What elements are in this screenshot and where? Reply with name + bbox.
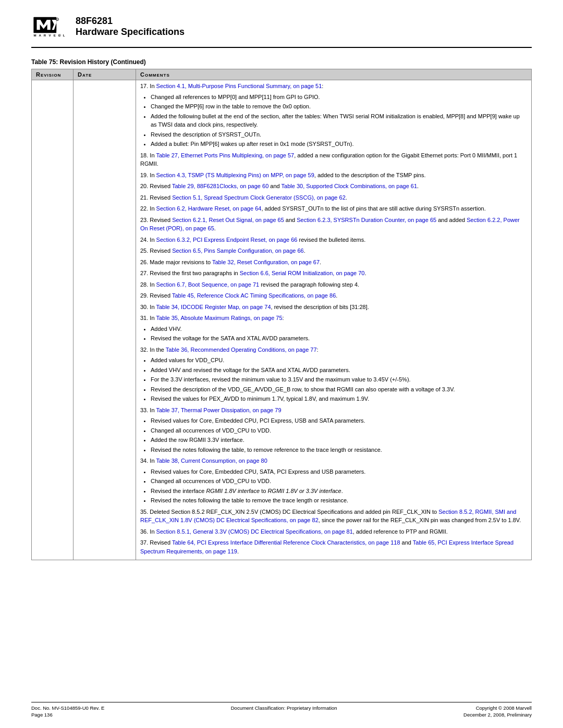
entry-18: 18. In Table 27, Ethernet Ports Pins Mul… bbox=[140, 151, 527, 168]
table-row: 17. In Section 4.1, Multi-Purpose Pins F… bbox=[32, 80, 532, 560]
link-26[interactable]: Table 32, Reset Configuration, on page 6… bbox=[212, 259, 320, 265]
link-18[interactable]: Table 27, Ethernet Ports Pins Multiplexi… bbox=[156, 152, 294, 158]
page: R M A R V E L L ® 88F6281 Hardware Speci… bbox=[0, 0, 563, 728]
entry-32: 32. In the Table 36, Recommended Operati… bbox=[140, 346, 527, 403]
link-25[interactable]: Section 6.5, Pins Sample Configuration, … bbox=[172, 248, 304, 254]
marvell-logo: R M A R V E L L ® bbox=[31, 16, 68, 42]
entry-25: 25. Revised Section 6.5, Pins Sample Con… bbox=[140, 246, 527, 255]
svg-text:®: ® bbox=[59, 33, 62, 37]
link-33[interactable]: Table 37, Thermal Power Dissipation, on … bbox=[156, 407, 281, 413]
entry-21: 21. Revised Section 5.1, Spread Spectrum… bbox=[140, 193, 527, 202]
page-footer: Doc. No. MV-S104859-U0 Rev. E Page 136 D… bbox=[31, 702, 532, 718]
header-text: 88F6281 Hardware Specifications bbox=[76, 16, 185, 38]
link-28[interactable]: Section 6.7, Boot Sequence, on page 71 bbox=[156, 281, 260, 288]
link-32[interactable]: Table 36, Recommended Operating Conditio… bbox=[166, 347, 317, 353]
page-number: Page 136 bbox=[31, 712, 104, 718]
link-24[interactable]: Section 6.3.2, PCI Express Endpoint Rese… bbox=[156, 237, 298, 243]
link-29[interactable]: Table 45, Reference Clock AC Timing Spec… bbox=[172, 292, 336, 299]
entry-20: 20. Revised Table 29, 88F6281Clocks, on … bbox=[140, 182, 527, 191]
link-27[interactable]: Section 6.6, Serial ROM Initialization, … bbox=[240, 270, 365, 276]
entry-30: 30. In Table 34, IDCODE Register Map, on… bbox=[140, 303, 527, 312]
comments-cell: 17. In Section 4.1, Multi-Purpose Pins F… bbox=[136, 80, 532, 560]
table-header-row: Revision Date Comments bbox=[32, 69, 532, 80]
entry-33: 33. In Table 37, Thermal Power Dissipati… bbox=[140, 406, 527, 454]
entry-26: 26. Made major revisions to Table 32, Re… bbox=[140, 258, 527, 267]
col-date: Date bbox=[74, 69, 136, 80]
entry-36: 36. In Section 8.5.1, General 3.3V (CMOS… bbox=[140, 527, 527, 536]
col-comments: Comments bbox=[136, 69, 532, 80]
entry-24: 24. In Section 6.3.2, PCI Express Endpoi… bbox=[140, 236, 527, 244]
revision-cell bbox=[32, 80, 74, 560]
doc-number: Doc. No. MV-S104859-U0 Rev. E bbox=[31, 705, 104, 711]
link-20b[interactable]: Table 30, Supported Clock Combinations, … bbox=[282, 183, 418, 189]
entry-27: 27. Revised the first two paragraphs in … bbox=[140, 269, 527, 278]
entry-19: 19. In Section 4.3, TSMP (TS Multiplexin… bbox=[140, 171, 527, 180]
entry-28: 28. In Section 6.7, Boot Sequence, on pa… bbox=[140, 280, 527, 289]
link-23b[interactable]: Section 6.2.3, SYSRSTn Duration Counter,… bbox=[297, 217, 436, 223]
doc-date: December 2, 2008, Preliminary bbox=[463, 712, 532, 718]
entry-22: 22. In Section 6.2, Hardware Reset, on p… bbox=[140, 204, 527, 213]
revision-table: Revision Date Comments 17. In Section 4.… bbox=[31, 69, 532, 560]
link-20a[interactable]: Table 29, 88F6281Clocks, on page 60 bbox=[172, 183, 268, 189]
header-model: 88F6281 bbox=[76, 16, 185, 27]
link-23a[interactable]: Section 6.2.1, Reset Out Signal, on page… bbox=[172, 217, 284, 223]
entry-29: 29. Revised Table 45, Reference Clock AC… bbox=[140, 291, 527, 300]
entry-35: 35. Deleted Section 8.5.2 REF_CLK_XIN 2.… bbox=[140, 508, 527, 525]
page-header: R M A R V E L L ® 88F6281 Hardware Speci… bbox=[31, 16, 532, 48]
logo-area: R M A R V E L L ® bbox=[31, 16, 68, 42]
footer-right: Copyright © 2008 Marvell December 2, 200… bbox=[463, 705, 532, 718]
entry-37: 37. Revised Table 64, PCI Express Interf… bbox=[140, 538, 527, 556]
link-37a[interactable]: Table 64, PCI Express Interface Differen… bbox=[172, 539, 400, 546]
header-title: Hardware Specifications bbox=[76, 27, 185, 38]
link-30[interactable]: Table 34, IDCODE Register Map, on page 7… bbox=[156, 304, 271, 310]
date-cell bbox=[74, 80, 136, 560]
entry-23: 23. Revised Section 6.2.1, Reset Out Sig… bbox=[140, 216, 527, 233]
footer-left: Doc. No. MV-S104859-U0 Rev. E Page 136 bbox=[31, 705, 104, 718]
link-31[interactable]: Table 35, Absolute Maximum Ratings, on p… bbox=[156, 315, 282, 321]
doc-classification: Document Classification: Proprietary Inf… bbox=[231, 705, 337, 711]
link-35[interactable]: Section 8.5.2, RGMII, SMI and REF_CLK_XI… bbox=[140, 509, 516, 524]
table-heading: Table 75: Revision History (Continued) bbox=[31, 58, 532, 66]
entry-34: 34. In Table 38, Current Consumption, on… bbox=[140, 456, 527, 505]
link-17[interactable]: Section 4.1, Multi-Purpose Pins Function… bbox=[156, 83, 322, 89]
table-section: Table 75: Revision History (Continued) R… bbox=[31, 58, 532, 560]
footer-center: Document Classification: Proprietary Inf… bbox=[231, 705, 337, 718]
link-21[interactable]: Section 5.1, Spread Spectrum Clock Gener… bbox=[172, 194, 346, 201]
copyright: Copyright © 2008 Marvell bbox=[463, 705, 532, 711]
col-revision: Revision bbox=[32, 69, 74, 80]
link-34[interactable]: Table 38, Current Consumption, on page 8… bbox=[156, 458, 267, 464]
link-22[interactable]: Section 6.2, Hardware Reset, on page 64 bbox=[156, 205, 262, 212]
entry-17: 17. In Section 4.1, Multi-Purpose Pins F… bbox=[140, 82, 527, 149]
link-36[interactable]: Section 8.5.1, General 3.3V (CMOS) DC El… bbox=[156, 528, 353, 535]
entry-31: 31. In Table 35, Absolute Maximum Rating… bbox=[140, 314, 527, 343]
link-19[interactable]: Section 4.3, TSMP (TS Multiplexing Pins)… bbox=[156, 172, 314, 178]
